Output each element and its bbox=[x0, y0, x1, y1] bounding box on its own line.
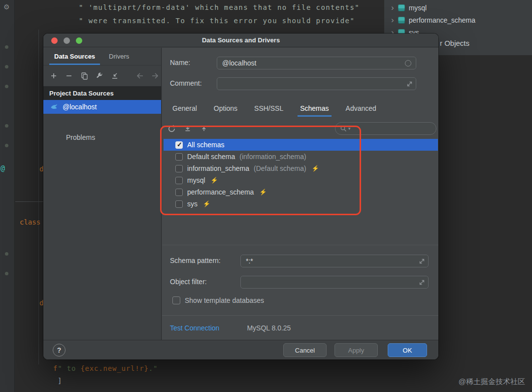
schema-search-input[interactable] bbox=[352, 125, 432, 132]
tab-schemas[interactable]: Schemas bbox=[295, 100, 334, 117]
search-icon bbox=[340, 125, 347, 132]
tab-ssh-ssl[interactable]: SSH/SSL bbox=[249, 100, 289, 117]
schema-pattern-input[interactable] bbox=[241, 255, 428, 267]
dialog-titlebar[interactable]: Data Sources and Drivers bbox=[43, 33, 438, 47]
editor-indent-guide bbox=[38, 30, 39, 364]
expand-field-icon[interactable] bbox=[419, 279, 425, 286]
refresh-icon[interactable] bbox=[167, 124, 176, 133]
schema-row-label: Default schema bbox=[187, 153, 235, 161]
editor-divider bbox=[15, 201, 43, 202]
schema-row-suffix: (Default schema) bbox=[254, 164, 306, 172]
bolt-icon: ⚡ bbox=[312, 165, 319, 172]
sidebar-item-problems[interactable]: Problems bbox=[43, 133, 161, 141]
checkbox-sys[interactable] bbox=[175, 200, 183, 208]
driver-settings-icon[interactable] bbox=[95, 71, 104, 80]
watermark: @稀土掘金技术社区 bbox=[459, 377, 525, 387]
schema-row-label: mysql bbox=[187, 176, 205, 184]
tree-item-label: mysql bbox=[409, 4, 427, 12]
dialog-title: Data Sources and Drivers bbox=[202, 36, 280, 44]
datasource-sidebar: Data Sources Drivers bbox=[43, 48, 162, 340]
editor-code-line: " were transmitted. To fix this error yo… bbox=[79, 17, 355, 25]
schema-list: All schemas Default schema (information_… bbox=[164, 139, 438, 210]
comment-input[interactable] bbox=[217, 78, 416, 90]
sidebar-toolbar bbox=[43, 65, 161, 86]
field-circle-icon bbox=[405, 60, 411, 66]
schema-row-all-schemas[interactable]: All schemas bbox=[164, 139, 438, 151]
schema-pattern-field-wrap bbox=[240, 255, 429, 267]
schema-row-default-schema[interactable]: Default schema (information_schema) bbox=[164, 151, 438, 163]
tree-item-mysql[interactable]: › mysql bbox=[391, 2, 427, 13]
section-divider bbox=[162, 245, 438, 245]
gear-icon[interactable]: ⚙ bbox=[3, 3, 10, 11]
name-field-wrap bbox=[217, 57, 416, 69]
cancel-button[interactable]: Cancel bbox=[283, 343, 327, 357]
schema-search-field[interactable]: ▾ bbox=[335, 122, 436, 135]
tab-label: Schemas bbox=[300, 104, 329, 112]
duplicate-icon[interactable] bbox=[80, 71, 89, 80]
checkbox-performance-schema[interactable] bbox=[175, 189, 183, 196]
datasource-settings-panel: Name: Comment: General Options SSH/SSL S… bbox=[162, 48, 438, 340]
gutter-dot bbox=[5, 272, 8, 275]
checkbox-default-schema[interactable] bbox=[175, 153, 183, 161]
show-template-databases-option[interactable]: Show template databases bbox=[172, 296, 264, 304]
ok-button[interactable]: OK bbox=[388, 343, 427, 357]
string-part: ." bbox=[149, 364, 158, 372]
tab-options[interactable]: Options bbox=[208, 100, 243, 117]
forward-arrow-icon[interactable] bbox=[151, 71, 160, 80]
collapse-all-icon[interactable] bbox=[200, 124, 208, 133]
tab-general[interactable]: General bbox=[167, 100, 202, 117]
tab-label: Advanced bbox=[346, 104, 376, 112]
checkbox-all-schemas[interactable] bbox=[175, 141, 183, 149]
server-objects-label: r Objects bbox=[440, 39, 469, 47]
search-options-caret[interactable]: ▾ bbox=[348, 126, 351, 131]
mysql-dolphin-icon bbox=[50, 103, 58, 111]
expand-all-icon[interactable] bbox=[183, 124, 192, 133]
object-filter-input[interactable] bbox=[241, 276, 428, 288]
add-icon[interactable] bbox=[49, 71, 58, 80]
fstring-expr: {exc.new_url!r} bbox=[80, 364, 148, 372]
schema-row-sys[interactable]: sys ⚡ bbox=[164, 198, 438, 210]
help-button[interactable]: ? bbox=[53, 344, 66, 357]
tab-data-sources[interactable]: Data Sources bbox=[47, 48, 102, 65]
dialog-footer: ? Cancel Apply OK bbox=[43, 340, 438, 359]
chevron-right-icon[interactable]: › bbox=[391, 4, 394, 11]
import-icon[interactable] bbox=[110, 71, 119, 80]
schema-row-mysql[interactable]: mysql ⚡ bbox=[164, 174, 438, 186]
comment-field-wrap bbox=[217, 77, 416, 90]
chevron-right-icon[interactable]: › bbox=[391, 17, 394, 24]
gutter-dot bbox=[5, 45, 8, 49]
schema-icon bbox=[398, 17, 405, 24]
show-template-label: Show template databases bbox=[185, 296, 264, 304]
bolt-icon: ⚡ bbox=[259, 189, 266, 196]
checkbox-mysql[interactable] bbox=[175, 177, 183, 184]
tab-advanced[interactable]: Advanced bbox=[340, 100, 382, 117]
datasource-label: @localhost bbox=[63, 103, 97, 111]
tab-label: SSH/SSL bbox=[254, 104, 283, 112]
datasource-item-localhost[interactable]: @localhost bbox=[43, 100, 161, 114]
apply-button[interactable]: Apply bbox=[334, 343, 378, 357]
name-input[interactable] bbox=[217, 57, 416, 69]
tree-item-performance-schema[interactable]: › performance_schema bbox=[391, 15, 475, 26]
checkbox-information-schema[interactable] bbox=[175, 165, 183, 172]
editor-code-line: " 'multipart/form-data' which means that… bbox=[79, 3, 360, 11]
tab-drivers[interactable]: Drivers bbox=[102, 48, 136, 65]
gutter-dot bbox=[5, 252, 8, 256]
remove-icon[interactable] bbox=[65, 71, 73, 80]
expand-field-icon[interactable] bbox=[406, 81, 413, 87]
tree-item-label: performance_schema bbox=[409, 16, 475, 24]
connection-status-row: Test Connection MySQL 8.0.25 bbox=[162, 315, 438, 340]
minimize-button[interactable] bbox=[64, 37, 70, 44]
close-button[interactable] bbox=[51, 37, 58, 44]
schema-row-performance-schema[interactable]: performance_schema ⚡ bbox=[164, 186, 438, 198]
zoom-button[interactable] bbox=[76, 37, 82, 44]
bolt-icon: ⚡ bbox=[203, 200, 210, 207]
test-connection-link[interactable]: Test Connection bbox=[170, 324, 219, 332]
expand-field-icon[interactable] bbox=[419, 258, 425, 264]
schema-row-information-schema[interactable]: information_schema (Default schema) ⚡ bbox=[164, 163, 438, 174]
back-arrow-icon[interactable] bbox=[135, 71, 144, 80]
bolt-icon: ⚡ bbox=[211, 177, 218, 184]
settings-tabs: General Options SSH/SSL Schemas Advanced bbox=[167, 100, 382, 117]
schema-row-label: All schemas bbox=[187, 141, 224, 149]
checkbox-show-template[interactable] bbox=[172, 296, 180, 304]
comment-label: Comment: bbox=[170, 79, 202, 87]
